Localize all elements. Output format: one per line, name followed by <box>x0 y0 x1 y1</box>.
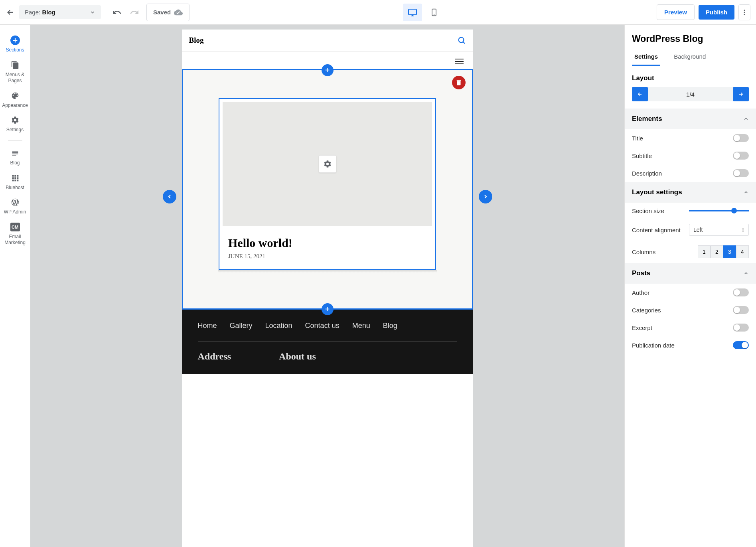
canvas: Blog + Hello world! JUNE 15, 2021 <box>182 30 473 547</box>
search-icon[interactable] <box>457 36 466 45</box>
cm-icon: CM <box>10 222 20 232</box>
tab-background[interactable]: Background <box>671 49 708 66</box>
chevron-down-icon <box>90 10 95 15</box>
columns-option-4[interactable]: 4 <box>736 245 749 258</box>
preview-button[interactable]: Preview <box>657 4 695 20</box>
carousel-next-button[interactable] <box>479 190 492 203</box>
add-section-below-button[interactable]: + <box>322 303 334 315</box>
page-current: Blog <box>42 9 55 16</box>
delete-section-button[interactable] <box>452 76 466 89</box>
undo-button[interactable] <box>112 8 122 17</box>
subtitle-label: Subtitle <box>632 152 652 159</box>
footer-nav-blog[interactable]: Blog <box>383 322 397 330</box>
panel-title: WordPress Blog <box>625 25 756 49</box>
mobile-view-button[interactable] <box>424 4 444 21</box>
palette-icon <box>10 91 20 101</box>
page-selector[interactable]: Page: Blog <box>19 5 101 19</box>
sidebar-item-bluehost[interactable]: Bluehost <box>0 170 30 194</box>
sidebar-item-appearance[interactable]: Appearance <box>0 87 30 112</box>
desktop-view-button[interactable] <box>403 4 422 21</box>
categories-label: Categories <box>632 307 661 314</box>
columns-option-2[interactable]: 2 <box>711 245 723 258</box>
cloud-check-icon <box>174 8 183 17</box>
svg-rect-14 <box>17 180 18 181</box>
excerpt-toggle[interactable] <box>733 324 749 332</box>
publish-button[interactable]: Publish <box>699 5 734 20</box>
columns-option-3[interactable]: 3 <box>723 245 736 258</box>
columns-option-1[interactable]: 1 <box>698 245 711 258</box>
layout-next-button[interactable] <box>733 87 749 101</box>
sidebar-item-blog[interactable]: Blog <box>0 145 30 170</box>
back-arrow[interactable] <box>6 8 15 17</box>
carousel-prev-button[interactable] <box>163 190 176 203</box>
post-date: JUNE 15, 2021 <box>228 253 426 260</box>
card-image-placeholder <box>223 102 432 226</box>
sidebar-left: Sections Menus & Pages Appearance Settin… <box>0 25 30 547</box>
elements-section-header[interactable]: Elements <box>625 109 756 129</box>
sidebar-item-settings[interactable]: Settings <box>0 112 30 136</box>
author-toggle[interactable] <box>733 288 749 296</box>
post-title: Hello world! <box>228 236 426 250</box>
posts-section-header[interactable]: Posts <box>625 263 756 284</box>
svg-rect-13 <box>14 180 16 181</box>
content-alignment-label: Content alignment <box>632 227 681 233</box>
columns-label: Columns <box>632 249 655 255</box>
canvas-title: Blog <box>189 36 204 45</box>
sidebar-item-menus-pages[interactable]: Menus & Pages <box>0 57 30 87</box>
svg-point-4 <box>744 14 745 15</box>
layout-settings-section-header[interactable]: Layout settings <box>625 182 756 203</box>
panel-right: WordPress Blog Settings Background Layou… <box>624 25 756 547</box>
selected-section[interactable]: + Hello world! JUNE 15, 2021 + <box>182 69 473 310</box>
svg-rect-10 <box>14 177 16 179</box>
title-label: Title <box>632 135 643 142</box>
svg-rect-6 <box>12 175 14 176</box>
svg-point-2 <box>744 10 745 11</box>
chevron-up-icon <box>743 190 749 195</box>
card-settings-button[interactable] <box>319 155 336 173</box>
divider <box>8 140 22 141</box>
text-lines-icon <box>10 148 20 158</box>
footer-nav-gallery[interactable]: Gallery <box>230 322 253 330</box>
footer-nav-home[interactable]: Home <box>198 322 217 330</box>
svg-rect-12 <box>12 180 14 181</box>
more-menu-button[interactable] <box>738 4 750 20</box>
content-alignment-select[interactable]: Left▲▼ <box>689 224 749 236</box>
svg-rect-0 <box>409 9 416 15</box>
gear-icon <box>10 115 20 125</box>
chevron-up-icon <box>743 116 749 122</box>
columns-picker: 1 2 3 4 <box>698 245 749 258</box>
footer-address-heading: Address <box>198 351 231 362</box>
layout-prev-button[interactable] <box>632 87 648 101</box>
footer: Home Gallery Location Contact us Menu Bl… <box>182 310 473 374</box>
sidebar-item-wp-admin[interactable]: WP Admin <box>0 194 30 219</box>
layout-position: 1/4 <box>648 87 733 101</box>
wordpress-icon <box>10 197 20 207</box>
add-section-above-button[interactable]: + <box>322 64 334 76</box>
author-label: Author <box>632 289 649 296</box>
title-toggle[interactable] <box>733 134 749 142</box>
grid-icon <box>10 173 20 183</box>
categories-toggle[interactable] <box>733 306 749 314</box>
sidebar-item-email-marketing[interactable]: CM Email Marketing <box>0 219 30 249</box>
section-size-slider[interactable] <box>689 210 749 211</box>
svg-rect-8 <box>17 175 18 176</box>
footer-nav-contact[interactable]: Contact us <box>305 322 340 330</box>
footer-nav-menu[interactable]: Menu <box>352 322 370 330</box>
card-shadow <box>218 270 437 273</box>
page-prefix: Page: <box>25 9 40 16</box>
blog-card[interactable]: Hello world! JUNE 15, 2021 <box>219 98 436 270</box>
svg-point-15 <box>458 38 464 43</box>
pubdate-toggle[interactable] <box>733 341 749 349</box>
layout-section-label: Layout <box>625 66 756 87</box>
subtitle-toggle[interactable] <box>733 152 749 160</box>
saved-indicator: Saved <box>146 4 189 21</box>
tab-settings[interactable]: Settings <box>632 49 660 66</box>
plus-circle-icon <box>10 35 20 45</box>
footer-about-heading: About us <box>279 351 316 362</box>
redo-button[interactable] <box>130 8 139 17</box>
pages-icon <box>10 60 20 70</box>
sidebar-item-sections[interactable]: Sections <box>0 32 30 57</box>
description-toggle[interactable] <box>733 169 749 177</box>
description-label: Description <box>632 170 662 177</box>
footer-nav-location[interactable]: Location <box>265 322 292 330</box>
